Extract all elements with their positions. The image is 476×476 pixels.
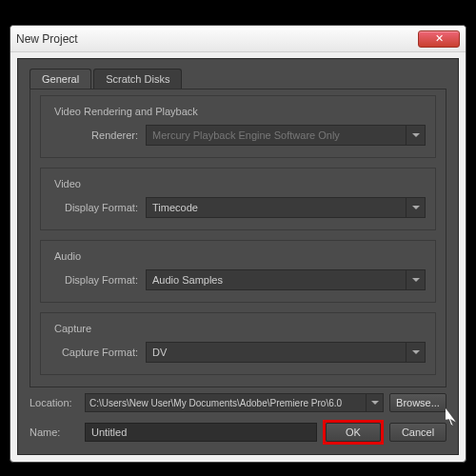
video-format-value: Timecode [152,202,198,213]
audio-format-value: Audio Samples [152,274,223,286]
cancel-button[interactable]: Cancel [389,423,446,442]
audio-format-select[interactable]: Audio Samples [146,269,426,290]
chevron-down-icon [406,126,425,145]
audio-format-label: Display Format: [50,274,146,286]
dialog-body: General Scratch Disks Video Rendering an… [17,58,459,455]
group-title: Video Rendering and Playback [54,106,426,117]
name-input[interactable] [85,423,317,442]
group-title: Capture [54,323,426,334]
group-video-rendering: Video Rendering and Playback Renderer: M… [40,95,436,158]
chevron-down-icon [366,394,383,411]
new-project-dialog: New Project ✕ General Scratch Disks Vide… [10,25,466,463]
tab-general[interactable]: General [30,69,91,89]
titlebar[interactable]: New Project ✕ [10,26,466,52]
ok-highlight: OK [323,420,384,445]
tab-page-general: Video Rendering and Playback Renderer: M… [30,89,446,387]
chevron-down-icon [406,343,425,362]
group-video: Video Display Format: Timecode [40,168,436,230]
close-button[interactable]: ✕ [418,30,460,48]
group-audio: Audio Display Format: Audio Samples [40,240,436,303]
location-path: C:\Users\New User\My Documents\Adobe\Pre… [89,398,342,408]
group-title: Video [54,178,426,189]
ok-button[interactable]: OK [326,423,381,442]
name-label: Name: [30,426,85,438]
group-capture: Capture Capture Format: DV [40,312,436,375]
capture-format-select[interactable]: DV [146,342,426,363]
capture-format-label: Capture Format: [50,347,146,358]
location-select[interactable]: C:\Users\New User\My Documents\Adobe\Pre… [85,393,384,412]
video-format-select[interactable]: Timecode [146,197,426,218]
tab-scratch-disks[interactable]: Scratch Disks [93,69,182,89]
renderer-value: Mercury Playback Engine Software Only [152,129,340,141]
bottom-controls: Location: C:\Users\New User\My Documents… [30,386,446,445]
location-label: Location: [30,397,85,408]
renderer-label: Renderer: [50,129,146,141]
renderer-select: Mercury Playback Engine Software Only [146,125,426,146]
capture-format-value: DV [152,347,167,358]
tabs: General Scratch Disks [18,59,458,89]
chevron-down-icon [406,270,425,289]
browse-button[interactable]: Browse... [389,393,446,412]
chevron-down-icon [406,198,425,217]
group-title: Audio [54,250,426,262]
window-title: New Project [16,32,418,46]
video-format-label: Display Format: [50,202,146,213]
